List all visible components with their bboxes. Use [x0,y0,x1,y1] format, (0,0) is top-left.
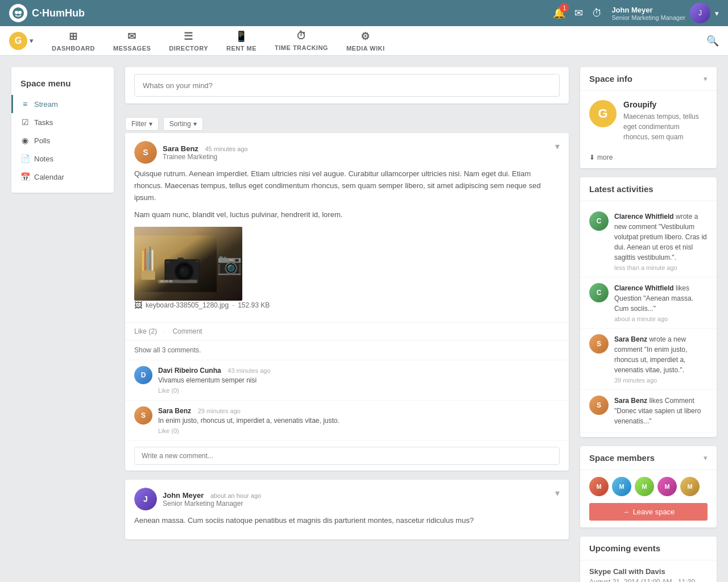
space-members-title: Space members [589,453,655,463]
space-members-card: Space members ▾ M M M M M → Leave space [580,446,717,527]
upcoming-events-header: Upcoming events [580,537,717,560]
sidebar-item-calendar[interactable]: 📅 Calendar [11,168,114,186]
comment-author-2: Sara Benz [158,407,191,415]
svg-rect-6 [147,252,148,273]
activity-text-3: Sara Benz wrote a new comment "In enim j… [614,334,708,375]
second-nav: G ▾ ⊞ DASHBOARD ✉ MESSAGES ☰ DIRECTORY 📱… [0,26,728,56]
post-collapse-1[interactable]: ▾ [555,141,560,152]
nav-item-rentme[interactable]: 📱 RENT ME [217,30,266,52]
user-avatar[interactable]: J [690,3,710,23]
svg-point-2 [18,11,22,14]
filter-button[interactable]: Filter ▾ [125,117,159,131]
space-info-header: Space info ▾ [580,67,717,91]
post-avatar-sara: S [134,141,157,164]
post-text-1a: Quisque rutrum. Aenean imperdiet. Etiam … [134,168,560,203]
space-name: Groupify [623,100,708,109]
activity-text-4: Sara Benz likes Comment "Donec vitae sap… [614,396,708,426]
activity-time-1: less than a minute ago [614,264,708,271]
sidebar-card: Space menu ≡ Stream ☑ Tasks ◉ Polls 📄 No… [11,67,114,193]
rentme-icon: 📱 [235,30,248,43]
svg-rect-10 [141,271,155,280]
write-comment-input[interactable] [134,447,560,465]
svg-rect-21 [158,280,197,283]
member-avatar-3: M [635,477,654,496]
post-header-1: S Sara Benz 45 minutes ago Trainee Marke… [125,133,569,168]
user-role: Senior Marketing Manager [611,14,685,21]
space-icon: G [589,100,617,127]
svg-point-0 [13,7,24,19]
nav-item-directory[interactable]: ☰ DIRECTORY [160,30,217,52]
activity-avatar-3: S [589,334,609,354]
comment-time-1: 43 minutes ago [228,367,270,374]
comment-avatar-sara2: S [134,406,152,425]
nav-item-mediawiki[interactable]: ⚙ MEDIA WIKI [337,30,394,52]
space-dropdown[interactable]: ▾ [30,36,34,45]
filter-dropdown-icon: ▾ [149,120,152,128]
calendar-icon: 📅 [20,172,30,181]
comment-action-1[interactable]: Comment [172,327,202,335]
search-button[interactable]: 🔍 [706,35,719,47]
space-button[interactable]: G [9,32,27,50]
space-info-title: Space info [589,74,632,84]
members-body: M M M M M → Leave space [580,470,717,527]
space-members-toggle[interactable]: ▾ [704,454,708,462]
top-nav-right: 🔔 1 ✉ ⏱ John Meyer Senior Marketing Mana… [553,3,719,23]
nav-item-timetracking[interactable]: ⏱ TIME TRACKING [266,30,337,51]
down-arrow-icon: ⬇ [589,153,595,161]
comment-author-1: Davi Ribeiro Cunha [158,367,221,375]
nav-item-dashboard[interactable]: ⊞ DASHBOARD [43,30,104,52]
sidebar-item-polls[interactable]: ◉ Polls [11,131,114,149]
activity-avatar-1: C [589,211,609,231]
activity-text-2: Clarence Whitfield likes Question "Aenea… [614,283,708,314]
file-icon: 🖼 [134,301,142,310]
sidebar-item-tasks[interactable]: ☑ Tasks [11,113,114,131]
post-author-name-2: John Meyer [163,491,204,500]
comment-2: S Sara Benz 29 minutes ago In enim justo… [125,401,569,441]
post-header-2: J John Meyer about an hour ago Senior Ma… [125,480,569,515]
post-input[interactable] [134,74,560,97]
post-collapse-2[interactable]: ▾ [555,488,560,498]
post-time-2: about an hour ago [210,492,261,499]
sorting-button[interactable]: Sorting ▾ [163,117,203,131]
comment-like-1[interactable]: Like (0) [158,387,179,394]
post-author-1: S Sara Benz 45 minutes ago Trainee Marke… [134,141,248,164]
activity-item-1: C Clarence Whitfield wrote a new comment… [580,206,717,277]
user-dropdown-arrow[interactable]: ▾ [715,9,719,18]
sidebar-item-notes[interactable]: 📄 Notes [11,149,114,168]
post-author-2: J John Meyer about an hour ago Senior Ma… [134,488,261,510]
upcoming-event-title-1: Skype Call with Davis [589,567,708,576]
activity-item-3: S Sara Benz wrote a new comment "In enim… [580,329,717,390]
logo-text: C·HumHub [32,7,85,19]
space-info-toggle[interactable]: ▾ [704,74,708,83]
space-details: Groupify Maecenas tempus, tellus eget co… [623,100,708,142]
show-all-comments[interactable]: Show all 3 comments. [125,340,569,360]
leave-space-button[interactable]: → Leave space [589,503,708,521]
svg-rect-5 [144,248,146,272]
clock-icon[interactable]: ⏱ [592,7,602,19]
svg-rect-22 [160,280,164,282]
notifications-icon[interactable]: 🔔 1 [553,7,565,19]
member-avatar-5: M [680,477,700,496]
space-info-body: G Groupify Maecenas tempus, tellus eget … [580,91,717,151]
sidebar: Space menu ≡ Stream ☑ Tasks ◉ Polls 📄 No… [11,67,114,582]
nav-item-messages[interactable]: ✉ MESSAGES [104,30,160,52]
directory-icon: ☰ [184,30,193,43]
space-desc: Maecenas tempus, tellus eget condimentum… [623,111,708,142]
file-attachment-1: 🖼 keyboard-338505_1280.jpg - 152.93 KB [134,301,560,310]
post-card-1: S Sara Benz 45 minutes ago Trainee Marke… [125,133,569,471]
svg-rect-19 [166,261,169,264]
comment-input-area [125,441,569,471]
messages-icon[interactable]: ✉ [574,7,583,19]
sidebar-item-stream[interactable]: ≡ Stream [11,95,114,113]
space-more-link[interactable]: ⬇ more [580,151,717,168]
comment-1: D Davi Ribeiro Cunha 43 minutes ago Viva… [125,360,569,401]
post-time-1: 45 minutes ago [205,146,248,152]
comment-like-2[interactable]: Like (0) [158,427,179,434]
comment-body-1: Davi Ribeiro Cunha 43 minutes ago Vivamu… [158,366,560,394]
comments-section-1: Show all 3 comments. D Davi Ribeiro Cunh… [125,340,569,471]
post-image-1 [134,227,242,301]
space-members-header: Space members ▾ [580,446,717,470]
post-role-1: Trainee Marketing [163,153,248,161]
sidebar-title: Space menu [11,74,114,95]
like-action-1[interactable]: Like (2) [134,327,157,335]
